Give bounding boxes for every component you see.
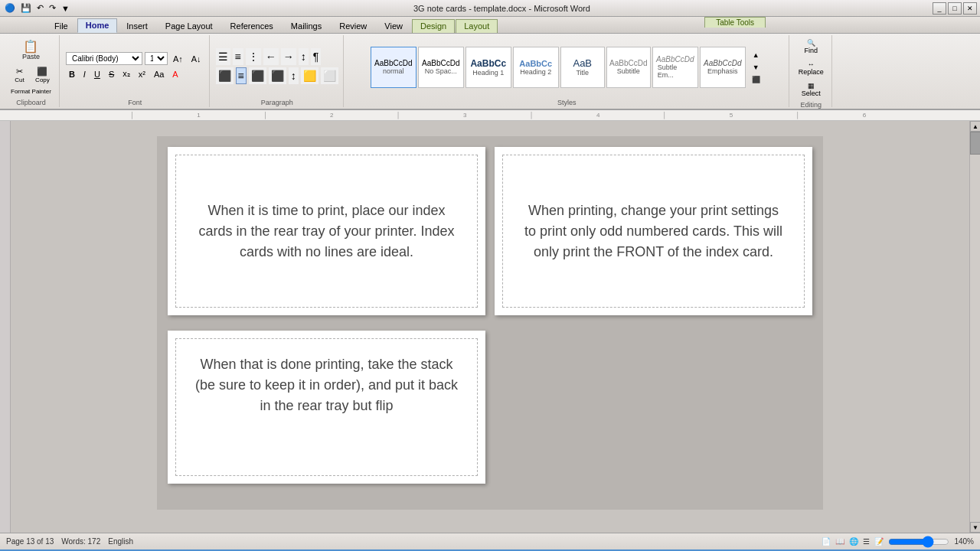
style-normal-label: normal	[383, 67, 404, 75]
font-size-select[interactable]: 10	[145, 52, 168, 65]
card1-inner[interactable]: When it is time to print, place our inde…	[175, 155, 478, 308]
page-info: Page 13 of 13	[6, 537, 54, 546]
shading-btn[interactable]: 🟨	[301, 67, 318, 84]
line-spacing-btn[interactable]: ↕	[289, 67, 299, 84]
view-full-read-icon[interactable]: 📖	[835, 537, 844, 546]
styles-scroll-up-btn[interactable]: ▲	[749, 50, 763, 60]
minimize-button[interactable]: _	[933, 2, 946, 15]
style-emphasis[interactable]: AaBbCcDd Emphasis	[700, 47, 746, 88]
style-subtle-em[interactable]: AaBbCcDd Subtle Em...	[652, 47, 698, 88]
find-icon: 🔍	[807, 39, 815, 47]
ribbon-tabs-container: Table Tools File Home Insert Page Layout…	[0, 17, 980, 34]
font-shrink-btn[interactable]: A↓	[188, 53, 204, 65]
numbering-btn[interactable]: ≡	[233, 48, 243, 65]
card3-page: When that is done printing, take the sta…	[168, 331, 485, 484]
window-title: 3G note cards - template.docx - Microsof…	[71, 4, 933, 13]
font-name-select[interactable]: Calibri (Body)	[66, 52, 142, 65]
view-web-icon[interactable]: 🌐	[849, 537, 858, 546]
sort-btn[interactable]: ↕	[299, 48, 309, 65]
scrollbar-track[interactable]	[970, 132, 980, 522]
tab-references[interactable]: References	[222, 19, 282, 33]
subscript-button[interactable]: x₂	[119, 67, 133, 80]
align-right-btn[interactable]: ⬛	[249, 67, 266, 84]
bullets-btn[interactable]: ☰	[216, 48, 230, 65]
paste-button[interactable]: 📋 Paste	[15, 37, 46, 64]
tab-design[interactable]: Design	[412, 19, 455, 33]
main-area: When it is time to print, place our inde…	[0, 121, 980, 533]
styles-strip: AaBbCcDd normal AaBbCcDd No Spac... AaBb…	[371, 47, 746, 88]
find-button[interactable]: 🔍 Find	[800, 37, 822, 57]
border-btn[interactable]: ⬜	[321, 67, 338, 84]
style-title[interactable]: AaB Title	[560, 47, 605, 88]
editing-content: 🔍 Find ↔ Replace ▦ Select	[795, 37, 827, 99]
styles-scroll-down-btn[interactable]: ▼	[749, 62, 763, 73]
card3-text: When that is done printing, take the sta…	[194, 354, 459, 416]
left-panel	[0, 121, 11, 533]
justify-btn[interactable]: ⬛	[269, 67, 286, 84]
clear-format-button[interactable]: Aa	[151, 68, 167, 80]
style-nospace-label: No Spac...	[425, 67, 457, 75]
tab-home[interactable]: Home	[77, 18, 118, 33]
close-button[interactable]: ✕	[963, 2, 977, 15]
clipboard-group-label: Clipboard	[16, 97, 46, 107]
find-label: Find	[805, 47, 818, 54]
style-no-space[interactable]: AaBbCcDd No Spac...	[418, 47, 464, 88]
tab-file[interactable]: File	[46, 19, 77, 33]
align-center-btn[interactable]: ≡	[236, 67, 247, 84]
status-right: 📄 📖 🌐 ☰ 📝 140%	[822, 536, 974, 548]
card3-inner[interactable]: When that is done printing, take the sta…	[175, 338, 478, 476]
font-color-button[interactable]: A	[169, 68, 181, 80]
maximize-button[interactable]: □	[948, 2, 962, 15]
align-left-btn[interactable]: ⬛	[216, 67, 234, 84]
styles-more-btn[interactable]: ⬛	[749, 74, 763, 85]
format-painter-label: Format Painter	[11, 88, 51, 95]
card2-inner[interactable]: When printing, change your print setting…	[502, 155, 805, 308]
tab-review[interactable]: Review	[331, 19, 375, 33]
cut-icon: ✂	[16, 67, 23, 77]
format-painter-button[interactable]: Format Painter	[8, 86, 54, 97]
copy-label: Copy	[35, 77, 50, 83]
qa-more-btn[interactable]: ▼	[60, 3, 71, 14]
document-area[interactable]: When it is time to print, place our inde…	[11, 121, 969, 533]
strikethrough-button[interactable]: S	[106, 68, 117, 80]
bold-button[interactable]: B	[66, 68, 78, 80]
copy-button[interactable]: ⬛ Copy	[31, 64, 53, 86]
view-print-icon[interactable]: 📄	[822, 537, 831, 546]
tab-view[interactable]: View	[376, 19, 411, 33]
italic-button[interactable]: I	[80, 68, 89, 80]
multilevel-btn[interactable]: ⋮	[246, 48, 261, 65]
decrease-indent-btn[interactable]: ←	[263, 48, 279, 65]
cut-button[interactable]: ✂ Cut	[8, 64, 30, 86]
undo-qa-btn[interactable]: ↶	[35, 2, 45, 14]
underline-button[interactable]: U	[91, 68, 103, 80]
scroll-down-btn[interactable]: ▼	[970, 522, 980, 533]
style-normal[interactable]: AaBbCcDd normal	[371, 47, 416, 88]
style-h2-label: Heading 2	[520, 68, 551, 76]
style-title-preview: AaB	[573, 57, 592, 69]
style-heading2[interactable]: AaBbCc Heading 2	[513, 47, 559, 88]
status-bar: Page 13 of 13 Words: 172 English 📄 📖 🌐 ☰…	[0, 533, 980, 549]
increase-indent-btn[interactable]: →	[281, 48, 296, 65]
scroll-up-btn[interactable]: ▲	[970, 121, 980, 132]
replace-button[interactable]: ↔ Replace	[795, 58, 827, 78]
scrollbar-thumb[interactable]	[970, 132, 980, 155]
select-button[interactable]: ▦ Select	[799, 80, 824, 99]
align-row: ⬛ ≡ ⬛ ⬛ ↕ 🟨 ⬜	[216, 67, 338, 84]
redo-qa-btn[interactable]: ↷	[47, 2, 57, 14]
paragraph-content: ☰ ≡ ⋮ ← → ↕ ¶ ⬛ ≡ ⬛ ⬛ ↕ 🟨 ⬜	[216, 37, 338, 97]
save-qa-btn[interactable]: 💾	[19, 2, 33, 14]
tab-layout[interactable]: Layout	[456, 19, 498, 33]
style-subtitle[interactable]: AaBbCcDd Subtitle	[606, 47, 651, 88]
zoom-slider[interactable]	[888, 536, 949, 548]
tab-page-layout[interactable]: Page Layout	[157, 19, 221, 33]
font-grow-btn[interactable]: A↑	[170, 53, 186, 65]
tab-insert[interactable]: Insert	[118, 19, 156, 33]
title-bar-left: 🔵 💾 ↶ ↷ ▼	[3, 2, 71, 14]
superscript-button[interactable]: x²	[136, 68, 149, 80]
style-heading1[interactable]: AaBbCc Heading 1	[466, 47, 511, 88]
tab-mailings[interactable]: Mailings	[283, 19, 330, 33]
paragraph-group-label: Paragraph	[261, 97, 293, 107]
view-outline-icon[interactable]: ☰	[863, 537, 870, 546]
show-marks-btn[interactable]: ¶	[311, 48, 322, 65]
view-draft-icon[interactable]: 📝	[874, 537, 884, 546]
